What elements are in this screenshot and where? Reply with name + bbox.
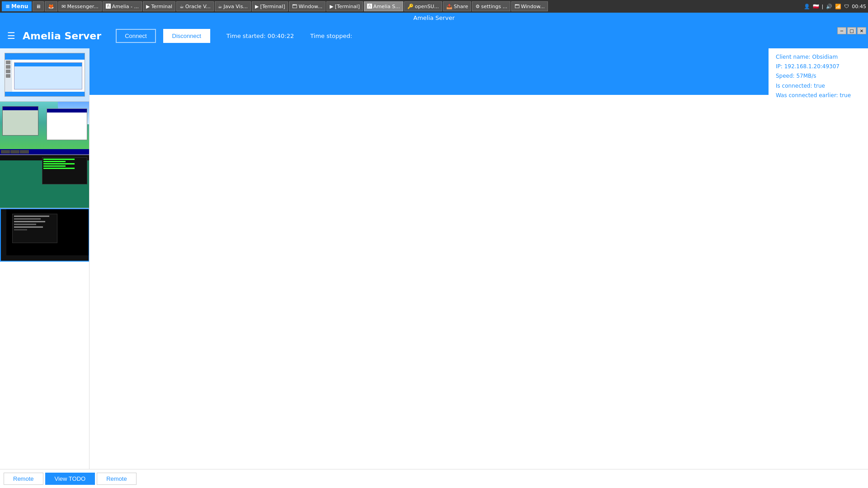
- taskbar-messenger-label: Messenger...: [67, 4, 98, 9]
- screenshot-3[interactable]: [0, 155, 90, 208]
- screenshot-4[interactable]: [0, 208, 90, 262]
- window-controls: − □ ✕: [837, 27, 866, 34]
- oracle-icon: ☕: [179, 4, 184, 9]
- browser-icon: 🦊: [48, 4, 54, 9]
- sound-icon: 🔊: [826, 4, 832, 9]
- taskbar-java-label: Java Vis...: [224, 4, 248, 9]
- taskbar-item-terminal3[interactable]: ▶ [Terminal]: [326, 1, 363, 11]
- taskbar-item-terminal[interactable]: ▶ Terminal: [143, 1, 175, 11]
- file-manager-icon: 🖥: [36, 4, 41, 9]
- taskbar-right: 👤 🇵🇱 | 🔊 📶 🛡 00:45: [804, 4, 866, 9]
- maximize-button[interactable]: □: [847, 27, 856, 34]
- taskbar-window-label: Window...: [298, 4, 322, 9]
- center-area: [90, 48, 769, 469]
- taskbar-item-java[interactable]: ☕ Java Vis...: [215, 1, 251, 11]
- opensu-icon: 🔑: [407, 4, 414, 9]
- connect-button[interactable]: Connect: [116, 29, 156, 43]
- taskbar-amelia-s-label: Amelia S...: [373, 4, 400, 9]
- taskbar-item-share[interactable]: 📤 Share: [443, 1, 472, 11]
- screenshots-panel: [0, 48, 90, 469]
- user-icon: 👤: [804, 4, 810, 9]
- app-header: ☰ Amelia Server Connect Disconnect Time …: [0, 23, 868, 48]
- taskbar-item-browser[interactable]: 🦊: [45, 1, 57, 11]
- terminal-icon: ▶: [146, 4, 150, 9]
- time-stopped-label: Time stopped:: [310, 33, 352, 39]
- hamburger-icon[interactable]: ☰: [7, 30, 15, 41]
- settings-icon: ⚙: [475, 4, 480, 9]
- taskbar-share-label: Share: [454, 4, 468, 9]
- terminal3-icon: ▶: [330, 4, 333, 9]
- window-icon: 🗔: [292, 4, 297, 9]
- blue-highlight-area: [90, 48, 769, 95]
- window-titlebar-area: Amelia Server − □ ✕: [0, 13, 868, 23]
- taskbar-item-window2[interactable]: 🗔 Window...: [511, 1, 548, 11]
- taskbar-item-oracle[interactable]: ☕ Oracle V...: [176, 1, 214, 11]
- taskbar-settings-label: settings ...: [481, 4, 507, 9]
- taskbar-terminal-label: Terminal: [151, 4, 172, 9]
- terminal2-icon: ▶: [255, 4, 259, 9]
- divider: |: [822, 4, 824, 9]
- app-title: Amelia Server: [23, 30, 101, 42]
- taskbar-menu-button[interactable]: ≡ Menu: [2, 1, 32, 11]
- shield-icon: 🛡: [844, 4, 849, 9]
- bottom-tabs: Remote View TODO Remote: [0, 469, 868, 488]
- tab-remote-2[interactable]: Remote: [97, 473, 137, 485]
- time-started: Time started: 00:40:22: [226, 33, 294, 39]
- network-icon: 📶: [835, 4, 841, 9]
- taskbar-item-terminal2[interactable]: ▶ [Terminal]: [252, 1, 288, 11]
- window-titlebar: Amelia Server: [0, 13, 868, 23]
- tab-remote-1[interactable]: Remote: [4, 473, 43, 485]
- taskbar-item-amelia[interactable]: 🅰 Amelia - ...: [103, 1, 142, 11]
- java-icon: ☕: [218, 4, 222, 9]
- taskbar-item-amelia-server[interactable]: 🅰 Amelia S...: [364, 1, 403, 11]
- taskbar-item-messenger[interactable]: ✉ Messenger...: [58, 1, 101, 11]
- client-was-connected: Was connected earlier: true: [776, 91, 861, 100]
- taskbar-terminal3-label: [Terminal]: [335, 4, 360, 9]
- time-started-value: 00:40:22: [268, 33, 294, 39]
- tab-view-todo[interactable]: View TODO: [45, 473, 95, 485]
- share-icon: 📤: [446, 4, 453, 9]
- taskbar-window2-label: Window...: [521, 4, 545, 9]
- taskbar-item-file-manager[interactable]: 🖥: [33, 1, 44, 11]
- taskbar-item-opensu[interactable]: 🔑 openSU...: [404, 1, 442, 11]
- client-info-panel: Client name: Obsidiam IP: 192.168.1.20:4…: [769, 48, 868, 469]
- taskbar-item-window[interactable]: 🗔 Window...: [289, 1, 326, 11]
- disconnect-button[interactable]: Disconnect: [163, 29, 210, 43]
- client-ip: IP: 192.168.1.20:49307: [776, 62, 861, 71]
- menu-label: Menu: [11, 3, 28, 9]
- main-content: Client name: Obsidiam IP: 192.168.1.20:4…: [0, 48, 868, 469]
- taskbar: ≡ Menu 🖥 🦊 ✉ Messenger... 🅰 Amelia - ...…: [0, 0, 868, 13]
- client-speed: Speed: 57MB/s: [776, 72, 861, 80]
- amelia-s-icon: 🅰: [367, 4, 372, 9]
- window-title: Amelia Server: [413, 14, 455, 21]
- messenger-icon: ✉: [61, 4, 66, 9]
- minimize-button[interactable]: −: [837, 27, 846, 34]
- taskbar-oracle-label: Oracle V...: [185, 4, 211, 9]
- taskbar-item-settings[interactable]: ⚙ settings ...: [472, 1, 510, 11]
- close-button[interactable]: ✕: [857, 27, 866, 34]
- time-started-label: Time started:: [226, 33, 266, 39]
- time-stopped: Time stopped:: [310, 33, 352, 39]
- screenshot-1[interactable]: [0, 48, 90, 102]
- taskbar-terminal2-label: [Terminal]: [260, 4, 285, 9]
- flag-pl: 🇵🇱: [813, 4, 819, 9]
- client-name: Client name: Obsidiam: [776, 53, 861, 61]
- client-connected: Is connected: true: [776, 82, 861, 90]
- window2-icon: 🗔: [514, 4, 519, 9]
- clock: 00:45: [852, 4, 866, 9]
- screenshot-2[interactable]: [0, 102, 90, 155]
- taskbar-amelia-label: Amelia - ...: [112, 4, 139, 9]
- taskbar-opensu-label: openSU...: [415, 4, 439, 9]
- menu-icon: ≡: [5, 3, 10, 9]
- amelia-icon: 🅰: [106, 4, 111, 9]
